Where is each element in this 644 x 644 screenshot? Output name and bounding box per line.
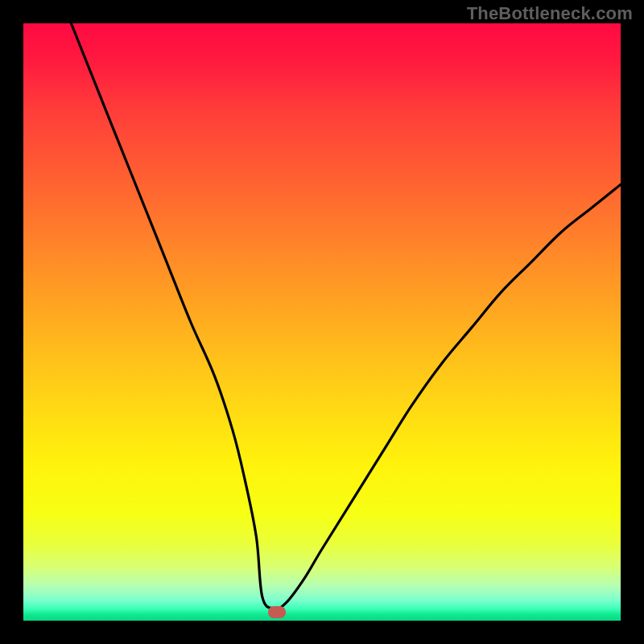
heat-gradient: [23, 23, 621, 621]
chart-stage: TheBottleneck.com: [0, 0, 644, 644]
watermark-text: TheBottleneck.com: [467, 3, 633, 24]
plot-area: [23, 23, 621, 621]
optimal-point-marker: [268, 606, 286, 618]
